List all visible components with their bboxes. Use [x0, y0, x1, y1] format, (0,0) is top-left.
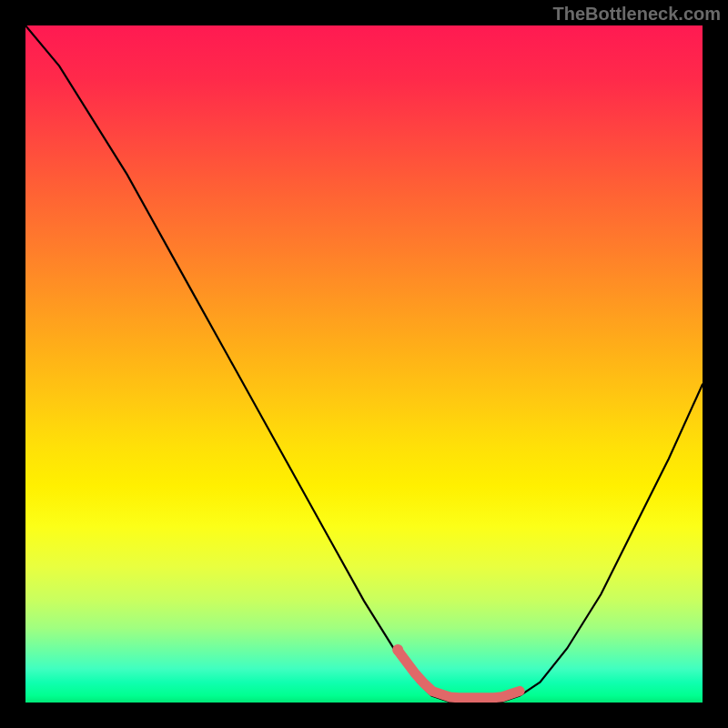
bottleneck-curve: [25, 25, 703, 703]
chart-plot: [25, 25, 703, 703]
watermark-text: TheBottleneck.com: [553, 4, 721, 25]
optimal-range-highlight: [398, 651, 520, 698]
chart-container: TheBottleneck.com: [0, 0, 728, 728]
optimal-range-start-dot: [392, 644, 403, 655]
